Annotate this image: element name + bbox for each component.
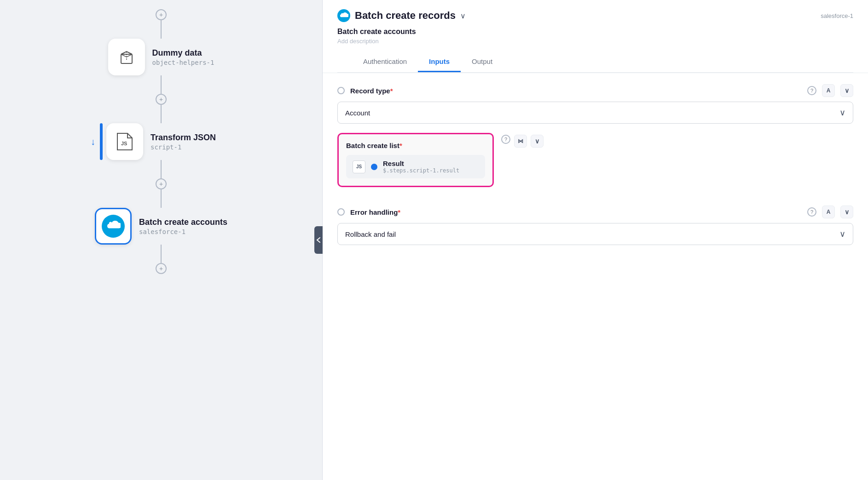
right-panel: Batch create records ∨ salesforce-1 Batc… — [323, 0, 868, 480]
record-type-chevron-icon: ∨ — [839, 108, 845, 118]
node-name-batch: Batch create accounts — [139, 217, 227, 227]
record-type-star: * — [390, 87, 393, 95]
panel-desc-sub[interactable]: Add description — [337, 38, 853, 45]
add-button-top[interactable]: + — [156, 9, 167, 20]
sf-cloud-svg — [106, 221, 121, 232]
error-handling-dropdown[interactable]: Rollback and fail ∨ — [337, 223, 853, 245]
transform-arrow: ↓ — [91, 137, 95, 147]
batch-list-label: Batch create list* — [346, 142, 402, 149]
error-handling-label: Error handling* — [350, 208, 400, 216]
node-transform-json[interactable]: ↓ JS Transform JSON script-1 — [106, 123, 216, 160]
node-wrapper-transform: ↓ JS Transform JSON script-1 — [106, 123, 216, 160]
result-path: $.steps.script-1.result — [383, 167, 459, 174]
node-sub-transform: script-1 — [150, 143, 216, 151]
result-name: Result — [383, 160, 459, 167]
node-name-transform: Transform JSON — [150, 133, 216, 143]
salesforce-logo-node — [102, 215, 125, 238]
salesforce-label: salesforce-1 — [821, 12, 853, 19]
batch-list-container: Batch create list* JS Result $.steps.scr… — [337, 133, 494, 187]
error-handling-help-icon[interactable]: ? — [807, 207, 816, 217]
panel-title-left: Batch create records ∨ — [337, 9, 466, 22]
node-sub-dummy: object-helpers-1 — [152, 59, 214, 66]
batch-list-label-row: Batch create list* — [346, 142, 485, 149]
batch-list-section: Batch create list* JS Result $.steps.scr… — [337, 133, 853, 196]
flow-canvas: + Dummy data object-helpers-1 + — [0, 0, 322, 480]
connector6 — [161, 245, 162, 263]
transform-indicator — [100, 123, 103, 160]
title-chevron-icon[interactable]: ∨ — [460, 11, 466, 20]
node-wrapper-batch: Batch create accounts salesforce-1 — [95, 208, 227, 245]
tab-inputs[interactable]: Inputs — [418, 52, 461, 72]
node-name-dummy: Dummy data — [152, 48, 214, 58]
node-wrapper-dummy: Dummy data object-helpers-1 — [108, 39, 214, 75]
node-label-dummy: Dummy data object-helpers-1 — [152, 48, 214, 66]
node-sub-batch: salesforce-1 — [139, 228, 227, 235]
add-button-mid2[interactable]: + — [156, 178, 167, 189]
collapse-arrow-icon — [316, 237, 321, 243]
add-button-mid1[interactable]: + — [156, 94, 167, 105]
js-file-icon: JS — [116, 131, 134, 152]
record-type-value: Account — [345, 109, 370, 117]
connector5 — [161, 189, 162, 208]
connector4 — [161, 160, 162, 178]
batch-list-star: * — [399, 142, 402, 149]
collapse-tab[interactable] — [314, 226, 323, 254]
error-handling-dropdown-btn[interactable]: ∨ — [840, 206, 853, 218]
error-handling-chevron-icon: ∨ — [839, 229, 845, 239]
cube-icon — [117, 48, 136, 66]
tab-authentication[interactable]: Authentication — [352, 52, 418, 72]
result-item[interactable]: JS Result $.steps.script-1.result — [346, 155, 485, 178]
record-type-label-row: Record type* ? A ∨ — [337, 84, 853, 97]
node-label-batch: Batch create accounts salesforce-1 — [139, 217, 227, 235]
panel-content: Record type* ? A ∨ Account ∨ Batch creat… — [323, 73, 868, 480]
batch-list-dropdown-btn[interactable]: ∨ — [531, 135, 544, 148]
js-file-icon-small: JS — [353, 160, 365, 173]
svg-text:JS: JS — [121, 141, 127, 146]
error-handling-type-btn[interactable]: A — [822, 206, 835, 218]
node-batch-create[interactable]: Batch create accounts salesforce-1 — [95, 208, 227, 245]
record-type-dropdown[interactable]: Account ∨ — [337, 102, 853, 124]
tab-output[interactable]: Output — [461, 52, 503, 72]
panel-main-title: Batch create records — [355, 10, 456, 22]
sf-badge-icon — [339, 12, 348, 19]
panel-title-row: Batch create records ∨ salesforce-1 — [337, 9, 853, 22]
record-type-help-icon[interactable]: ? — [807, 86, 816, 95]
node-label-transform: Transform JSON script-1 — [150, 133, 216, 151]
panel-description: Batch create accounts Add description — [337, 28, 853, 45]
record-type-radio[interactable] — [337, 87, 345, 94]
connector2 — [161, 75, 162, 94]
node-dummy-data[interactable]: Dummy data object-helpers-1 — [108, 39, 214, 75]
error-handling-label-row: Error handling* ? A ∨ — [337, 206, 853, 218]
result-dot — [371, 164, 377, 170]
batch-list-help-icon[interactable]: ? — [501, 135, 510, 144]
batch-list-controls: ? ⋈ ∨ — [501, 135, 544, 148]
error-handling-radio[interactable] — [337, 208, 345, 216]
error-handling-value: Rollback and fail — [345, 230, 396, 238]
connector3 — [161, 105, 162, 123]
result-text-group: Result $.steps.script-1.result — [383, 160, 459, 174]
batch-list-type-btn[interactable]: ⋈ — [514, 135, 527, 148]
node-icon-dummy — [108, 39, 145, 75]
panel-header: Batch create records ∨ salesforce-1 Batc… — [323, 0, 868, 73]
record-type-label: Record type* — [350, 87, 393, 95]
record-type-dropdown-btn[interactable]: ∨ — [840, 84, 853, 97]
tabs-row: Authentication Inputs Output — [337, 52, 853, 73]
node-icon-batch — [95, 208, 132, 245]
add-button-bottom[interactable]: + — [156, 263, 167, 274]
connector — [161, 20, 162, 39]
error-handling-star: * — [398, 208, 400, 216]
node-icon-transform: JS — [106, 123, 143, 160]
record-type-type-btn[interactable]: A — [822, 84, 835, 97]
panel-desc-title: Batch create accounts — [337, 28, 853, 36]
sf-badge-header — [337, 9, 350, 22]
